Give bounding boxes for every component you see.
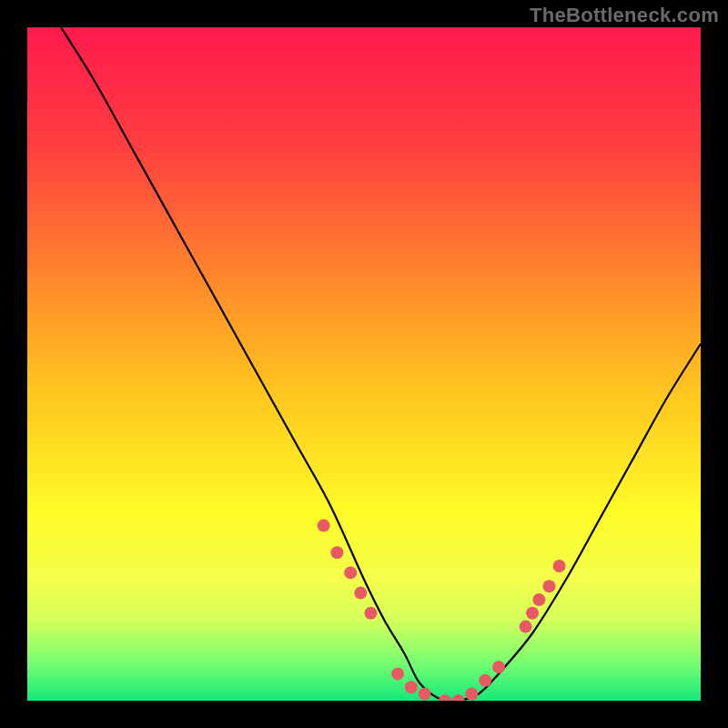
plot-background <box>27 27 701 701</box>
data-marker <box>318 520 330 532</box>
data-marker <box>405 681 418 693</box>
data-marker <box>553 560 566 572</box>
data-marker <box>364 607 377 620</box>
data-marker <box>520 621 532 633</box>
data-marker <box>492 661 505 673</box>
data-marker <box>465 688 478 701</box>
data-marker <box>543 580 556 592</box>
data-marker <box>452 694 465 707</box>
data-marker <box>526 607 539 620</box>
data-marker <box>330 546 343 559</box>
bottleneck-chart <box>0 0 728 728</box>
data-marker <box>354 587 367 600</box>
data-marker <box>479 674 491 687</box>
data-marker <box>532 593 545 606</box>
data-marker <box>419 688 431 701</box>
data-marker <box>439 694 451 707</box>
watermark-text: TheBottleneck.com <box>530 4 719 27</box>
data-marker <box>391 667 404 680</box>
chart-container: TheBottleneck.com <box>0 0 728 728</box>
data-marker <box>344 566 357 579</box>
